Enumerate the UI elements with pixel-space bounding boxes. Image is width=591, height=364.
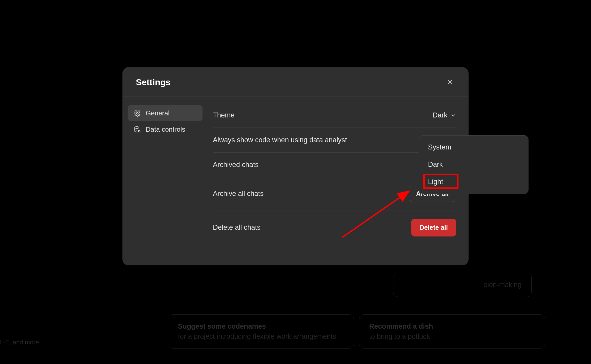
svg-point-0	[137, 112, 138, 114]
close-icon	[446, 78, 454, 86]
svg-point-2	[138, 130, 140, 132]
setting-row-delete-all: Delete all chats Delete all	[213, 210, 456, 245]
database-icon	[134, 126, 141, 133]
modal-overlay: Settings General	[0, 0, 591, 364]
settings-sidebar: General Data controls	[128, 102, 203, 260]
close-button[interactable]	[445, 77, 455, 87]
sidebar-item-general[interactable]: General	[128, 105, 203, 121]
sidebar-item-label: General	[146, 109, 170, 117]
svg-point-1	[135, 126, 139, 128]
setting-label: Archived chats	[213, 161, 259, 169]
theme-option-system[interactable]: System	[419, 139, 528, 156]
setting-row-theme: Theme Dark	[213, 107, 456, 128]
sidebar-item-label: Data controls	[146, 125, 185, 133]
setting-label: Delete all chats	[213, 224, 261, 232]
delete-all-button[interactable]: Delete all	[411, 219, 456, 236]
modal-body: General Data controls Theme	[122, 97, 469, 265]
gear-icon	[134, 110, 141, 117]
theme-select[interactable]: Dark	[433, 111, 456, 119]
settings-modal: Settings General	[122, 67, 469, 265]
chevron-down-icon	[450, 113, 456, 118]
modal-header: Settings	[122, 67, 469, 97]
theme-value: Dark	[433, 111, 447, 119]
setting-label: Always show code when using data analyst	[213, 136, 347, 144]
setting-label: Theme	[213, 111, 235, 119]
sidebar-item-data-controls[interactable]: Data controls	[128, 121, 203, 138]
modal-title: Settings	[136, 77, 170, 87]
theme-dropdown: System Dark Light	[419, 135, 528, 194]
setting-label: Archive all chats	[213, 190, 264, 198]
theme-option-light[interactable]: Light	[419, 173, 528, 191]
theme-option-dark[interactable]: Dark	[419, 156, 528, 173]
